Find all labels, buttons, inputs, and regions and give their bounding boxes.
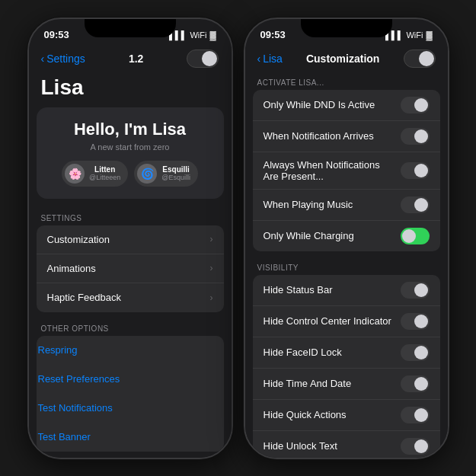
- settings-label-animations: Animations: [47, 263, 96, 274]
- visibility-label-quickactions: Hide Quick Actions: [264, 409, 401, 420]
- status-time-right: 09:53: [260, 29, 286, 40]
- activate-label-dnd: Only While DND Is Active: [264, 99, 401, 110]
- visibility-section: VISIBILITY Hide Status Bar Hide Control …: [245, 257, 448, 458]
- status-icons-left: ▌▌▌ WiFi ▓: [169, 30, 216, 40]
- activate-toggle-dnd[interactable]: [401, 97, 430, 113]
- other-label-respring: Respring: [38, 344, 78, 356]
- activate-toggle-charging[interactable]: [401, 228, 430, 244]
- author-litten-info: Litten @Litteeen: [89, 165, 120, 181]
- authors-row: 🌸 Litten @Litteeen 🌀 Esquilli @Esquilli: [44, 161, 216, 187]
- activate-label: ACTIVATE LISA...: [245, 72, 448, 90]
- visibility-toggle-faceid[interactable]: [401, 344, 430, 361]
- notch-left: [85, 19, 176, 37]
- author-esquilli: 🌀 Esquilli @Esquilli: [134, 161, 198, 187]
- chevron-icon-animations: ›: [210, 263, 213, 273]
- visibility-row-statusbar[interactable]: Hide Status Bar: [253, 275, 440, 306]
- status-icons-right: ▌▌▌ WiFi ▓: [385, 30, 432, 40]
- activate-toggle-music[interactable]: [401, 196, 430, 213]
- phones-container: 09:53 ▌▌▌ WiFi ▓ ‹ Settings 1.2 Lisa Hel…: [20, 10, 457, 467]
- visibility-toggle-timedate[interactable]: [401, 375, 430, 392]
- right-phone: 09:53 ▌▌▌ WiFi ▓ ‹ Lisa Customization AC…: [244, 18, 449, 459]
- chevron-icon-customization: ›: [210, 234, 213, 244]
- author-litten-avatar: 🌸: [65, 164, 85, 184]
- activate-label-charging: Only While Charging: [264, 230, 401, 241]
- activate-group: Only While DND Is Active When Notificati…: [253, 90, 440, 251]
- settings-row-haptic[interactable]: Haptic Feedback ›: [37, 283, 224, 312]
- author-litten: 🌸 Litten @Litteeen: [62, 161, 128, 187]
- settings-label-haptic: Haptic Feedback: [47, 292, 122, 303]
- visibility-label-controlcenter: Hide Control Center Indicator: [264, 315, 401, 327]
- chevron-icon-haptic: ›: [210, 292, 213, 303]
- visibility-label-timedate: Hide Time And Date: [264, 378, 401, 389]
- settings-row-animations[interactable]: Animations ›: [37, 254, 224, 283]
- settings-group: Customization › Animations › Haptic Feed…: [37, 225, 224, 312]
- settings-label-customization: Customization: [47, 234, 110, 245]
- visibility-toggle-controlcenter[interactable]: [401, 313, 430, 330]
- activate-section: ACTIVATE LISA... Only While DND Is Activ…: [245, 72, 448, 251]
- hero-title: Hello, I'm Lisa: [44, 120, 216, 139]
- visibility-toggle-statusbar[interactable]: [401, 282, 430, 299]
- back-button-left[interactable]: ‹ Settings: [41, 53, 85, 65]
- other-label-test-notif: Test Notifications: [38, 402, 113, 414]
- chevron-back-icon: ‹: [41, 53, 45, 65]
- back-button-right[interactable]: ‹ Lisa: [257, 53, 283, 65]
- visibility-row-controlcenter[interactable]: Hide Control Center Indicator: [253, 306, 440, 337]
- visibility-toggle-unlocktext[interactable]: [401, 438, 430, 455]
- wifi-icon-right: WiFi: [406, 30, 423, 40]
- page-title-left: Lisa: [29, 72, 232, 107]
- activate-row-notification[interactable]: When Notification Arrives: [253, 121, 440, 152]
- settings-section-label: SETTINGS: [29, 208, 232, 225]
- battery-icon: ▓: [209, 30, 216, 40]
- author-esquilli-name: Esquilli: [161, 165, 190, 174]
- other-row-test-banner[interactable]: Test Banner: [37, 423, 224, 452]
- visibility-row-quickactions[interactable]: Hide Quick Actions: [253, 400, 440, 431]
- activate-row-always[interactable]: Always When Notifications Are Present...: [253, 152, 440, 190]
- activate-toggle-notification[interactable]: [401, 128, 430, 145]
- notch-right: [301, 19, 392, 37]
- nav-title-right: Customization: [306, 53, 379, 65]
- settings-row-customization[interactable]: Customization ›: [37, 225, 224, 254]
- right-screen: ‹ Lisa Customization ACTIVATE LISA... On…: [245, 46, 448, 458]
- chevron-back-icon-right: ‹: [257, 53, 261, 65]
- main-toggle-right[interactable]: [404, 50, 436, 68]
- right-nav-bar: ‹ Lisa Customization: [245, 46, 448, 72]
- left-screen: ‹ Settings 1.2 Lisa Hello, I'm Lisa A ne…: [29, 46, 232, 458]
- activate-row-charging[interactable]: Only While Charging: [253, 221, 440, 251]
- visibility-group: Hide Status Bar Hide Control Center Indi…: [253, 275, 440, 458]
- activate-label-notification: When Notification Arrives: [264, 130, 401, 142]
- status-time-left: 09:53: [44, 29, 69, 40]
- wifi-icon: WiFi: [190, 30, 206, 40]
- visibility-label: VISIBILITY: [245, 257, 448, 275]
- author-esquilli-avatar: 🌀: [137, 164, 157, 184]
- other-label-test-banner: Test Banner: [38, 431, 91, 442]
- activate-toggle-always[interactable]: [401, 162, 430, 179]
- visibility-row-unlocktext[interactable]: Hide Unlock Text: [253, 431, 440, 458]
- activate-label-music: When Playing Music: [264, 199, 401, 210]
- left-phone: 09:53 ▌▌▌ WiFi ▓ ‹ Settings 1.2 Lisa Hel…: [27, 18, 233, 459]
- hero-section: Hello, I'm Lisa A new start from zero 🌸 …: [37, 107, 224, 199]
- other-row-respring[interactable]: Respring: [37, 336, 224, 365]
- author-litten-name: Litten: [89, 165, 120, 174]
- other-row-reset[interactable]: Reset Preferences: [37, 365, 224, 394]
- hero-subtitle: A new start from zero: [44, 142, 216, 152]
- visibility-row-faceid[interactable]: Hide FaceID Lock: [253, 337, 440, 369]
- author-esquilli-handle: @Esquilli: [161, 174, 190, 181]
- nav-version: 1.2: [129, 53, 143, 65]
- activate-row-music[interactable]: When Playing Music: [253, 190, 440, 221]
- visibility-label-faceid: Hide FaceID Lock: [264, 347, 401, 358]
- other-label-reset: Reset Preferences: [38, 373, 120, 385]
- visibility-toggle-quickactions[interactable]: [401, 407, 430, 423]
- activate-label-always: Always When Notifications Are Present...: [264, 159, 401, 182]
- author-litten-handle: @Litteeen: [89, 174, 120, 181]
- left-nav-bar: ‹ Settings 1.2: [29, 46, 232, 72]
- visibility-label-unlocktext: Hide Unlock Text: [264, 440, 401, 452]
- other-section-label: OTHER OPTIONS: [29, 318, 232, 336]
- main-toggle[interactable]: [187, 50, 219, 68]
- visibility-row-timedate[interactable]: Hide Time And Date: [253, 369, 440, 400]
- author-esquilli-info: Esquilli @Esquilli: [161, 165, 190, 181]
- other-row-test-notif[interactable]: Test Notifications: [37, 394, 224, 423]
- activate-row-dnd[interactable]: Only While DND Is Active: [253, 90, 440, 121]
- other-options-group: Respring Reset Preferences Test Notifica…: [37, 336, 224, 452]
- visibility-label-statusbar: Hide Status Bar: [264, 284, 401, 296]
- battery-icon-right: ▓: [426, 30, 432, 40]
